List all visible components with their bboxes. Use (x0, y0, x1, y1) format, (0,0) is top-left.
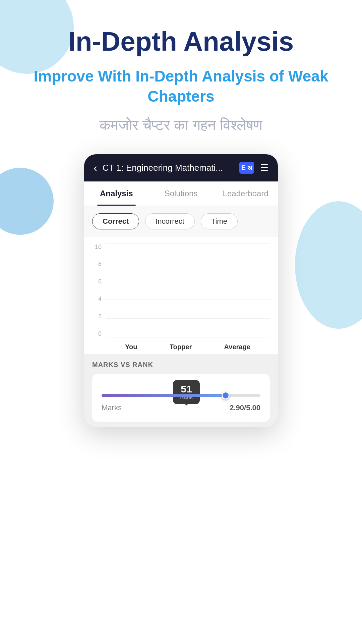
tab-solutions[interactable]: Solutions (149, 181, 214, 206)
rank-number: 51 (180, 384, 193, 394)
header-title: CT 1: Engineering Mathemati... (103, 163, 234, 173)
slider-thumb[interactable] (222, 391, 230, 399)
tab-analysis[interactable]: Analysis (84, 181, 149, 206)
marks-row: Marks 2.90/5.00 (102, 404, 260, 412)
marks-key: Marks (102, 404, 122, 412)
filter-correct[interactable]: Correct (92, 213, 139, 229)
filter-pills: Correct Incorrect Time (84, 206, 278, 237)
subtitle-english: Improve With In-Depth Analysis of Weak C… (20, 66, 342, 107)
bar-label-topper: Topper (170, 343, 192, 351)
bar-label-average: Average (224, 343, 250, 351)
back-button[interactable]: ‹ (94, 162, 97, 174)
y-label-0: 0 (92, 330, 102, 337)
filter-incorrect[interactable]: Incorrect (145, 213, 195, 229)
marks-vs-rank-section: MARKS VS RANK 51 Rank Marks 2.90/5.00 (84, 354, 278, 427)
y-label-8: 8 (92, 261, 102, 268)
main-title: In-Depth Analysis (68, 27, 294, 56)
bar-label-you: You (125, 343, 137, 351)
slider-fill (102, 394, 226, 397)
y-label-10: 10 (92, 244, 102, 251)
book-icon[interactable]: E अ (239, 162, 254, 174)
tab-leaderboard[interactable]: Leaderboard (213, 181, 278, 206)
y-label-6: 6 (92, 278, 102, 285)
marks-value: 2.90/5.00 (230, 404, 260, 412)
marks-section-title: MARKS VS RANK (92, 361, 270, 369)
subtitle-hindi: कमजोर चैप्टर का गहन विश्लेषण (100, 117, 262, 134)
y-label-4: 4 (92, 296, 102, 303)
tab-bar: Analysis Solutions Leaderboard (84, 181, 278, 206)
chart-inner: You Topper Average (106, 244, 270, 351)
header-icons: E अ ☰ (239, 162, 268, 174)
marks-slider[interactable] (102, 394, 260, 397)
y-label-2: 2 (92, 313, 102, 320)
bar-chart: 0 2 4 6 8 10 (92, 244, 270, 351)
phone-header: ‹ CT 1: Engineering Mathemati... E अ ☰ (84, 154, 278, 181)
chart-area: 0 2 4 6 8 10 (84, 237, 278, 354)
phone-mockup: ‹ CT 1: Engineering Mathemati... E अ ☰ A… (84, 154, 278, 427)
y-axis: 0 2 4 6 8 10 (92, 244, 106, 351)
filter-time[interactable]: Time (201, 213, 238, 229)
menu-icon[interactable]: ☰ (260, 163, 268, 172)
rank-tooltip: 51 Rank (173, 380, 200, 404)
marks-card: 51 Rank Marks 2.90/5.00 (92, 374, 270, 422)
